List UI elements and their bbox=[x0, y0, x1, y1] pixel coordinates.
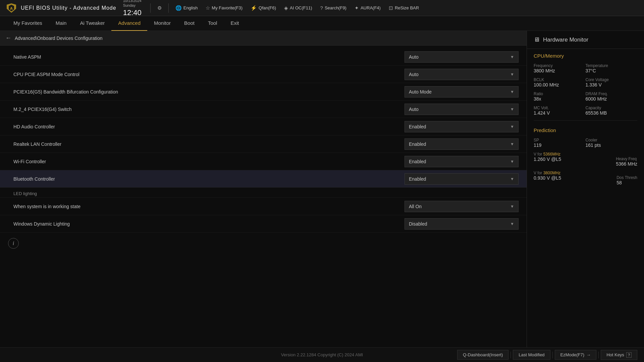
hw-frequency-label: Frequency bbox=[534, 63, 586, 68]
setting-control-m2-4-switch[interactable]: Auto ▼ bbox=[405, 104, 519, 115]
hw-mc-volt-value: 1.424 V bbox=[534, 110, 586, 116]
toolbar-my-favorite[interactable]: ☆ My Favorite(F3) bbox=[202, 4, 246, 12]
setting-row-hd-audio[interactable]: HD Audio Controller Enabled ▼ bbox=[0, 118, 527, 135]
footer-btn-hot-keys[interactable]: Hot Keys ? bbox=[601, 350, 637, 360]
setting-control-working-state[interactable]: All On ▼ bbox=[405, 201, 519, 212]
hw-frequency-cell: Frequency 3800 MHz bbox=[534, 61, 586, 75]
nav-boot[interactable]: Boot bbox=[177, 16, 201, 31]
dropdown-hd-audio[interactable]: Enabled ▼ bbox=[405, 121, 519, 132]
footer-btn-last-modified[interactable]: Last Modified bbox=[513, 350, 550, 360]
toolbar-search[interactable]: ? Search(F9) bbox=[317, 4, 350, 12]
hw-v3800-value: 0.930 V @L5 bbox=[534, 175, 561, 185]
footer-version: Version 2.22.1284 Copyright (C) 2024 AMI bbox=[281, 352, 363, 357]
setting-row-m2-4-switch[interactable]: M.2_4 PCIEX16(G4) Switch Auto ▼ bbox=[0, 101, 527, 118]
hw-temperature-label: Temperature bbox=[586, 63, 638, 68]
hw-dram-freq-cell: DRAM Freq. 6000 MHz bbox=[586, 89, 638, 104]
setting-label-working-state: When system is in working state bbox=[13, 204, 405, 209]
settings-list: Native ASPM Auto ▼ CPU PCIE ASPM Mode Co… bbox=[0, 46, 527, 347]
toolbar-language[interactable]: 🌐 English bbox=[172, 4, 201, 12]
setting-row-dynamic-lighting[interactable]: Windows Dynamic Lighting Disabled ▼ bbox=[0, 215, 527, 233]
setting-label-cpu-pcie-aspm: CPU PCIE ASPM Mode Control bbox=[13, 72, 405, 77]
hw-divider-1 bbox=[534, 120, 637, 121]
footer-btn-ez-mode[interactable]: EzMode(F7) → bbox=[555, 350, 597, 360]
setting-control-dynamic-lighting[interactable]: Disabled ▼ bbox=[405, 218, 519, 230]
setting-control-hd-audio[interactable]: Enabled ▼ bbox=[405, 121, 519, 132]
setting-row-cpu-pcie-aspm[interactable]: CPU PCIE ASPM Mode Control Auto ▼ bbox=[0, 66, 527, 83]
nav-tool[interactable]: Tool bbox=[201, 16, 224, 31]
toolbar-aura[interactable]: ✦ AURA(F4) bbox=[351, 4, 384, 12]
toolbar-resize-bar[interactable]: ⊡ ReSize BAR bbox=[385, 4, 422, 12]
asus-logo-icon: A bbox=[5, 2, 17, 14]
setting-control-native-aspm[interactable]: Auto ▼ bbox=[405, 51, 519, 63]
setting-row-native-aspm[interactable]: Native ASPM Auto ▼ bbox=[0, 48, 527, 66]
date-text: 10/13/2024 Sunday bbox=[123, 0, 142, 8]
dropdown-dynamic-lighting[interactable]: Disabled ▼ bbox=[405, 218, 519, 230]
hw-prediction-grid: SP 119 Cooler 161 pts bbox=[527, 136, 644, 150]
hw-core-voltage-label: Core Voltage bbox=[586, 77, 638, 82]
hw-cooler-value: 161 pts bbox=[586, 142, 638, 148]
dropdown-native-aspm[interactable]: Auto ▼ bbox=[405, 51, 519, 63]
nav-advanced[interactable]: Advanced bbox=[111, 16, 147, 31]
hw-temperature-cell: Temperature 37°C bbox=[586, 61, 638, 75]
footer-sep-1 bbox=[511, 352, 511, 358]
nav-ai-tweaker[interactable]: Ai Tweaker bbox=[73, 16, 111, 31]
app-title: UEFI BIOS Utility - Advanced Mode bbox=[21, 5, 116, 11]
toolbar-ai-oc[interactable]: ◈ AI OC(F11) bbox=[281, 4, 315, 12]
footer-sep-3 bbox=[598, 352, 599, 358]
toolbar-qfan[interactable]: ⚡ Qfan(F6) bbox=[247, 4, 279, 12]
setting-row-working-state[interactable]: When system is in working state All On ▼ bbox=[0, 198, 527, 215]
search-label: Search(F9) bbox=[325, 5, 346, 10]
nav-monitor[interactable]: Monitor bbox=[147, 16, 177, 31]
hw-dos-thresh-value: 58 bbox=[616, 180, 637, 185]
hw-ratio-label: Ratio bbox=[534, 92, 586, 96]
back-button[interactable]: ← bbox=[5, 35, 11, 42]
footer-btn-q-dashboard[interactable]: Q-Dashboard(Insert) bbox=[457, 350, 508, 360]
setting-row-wifi[interactable]: Wi-Fi Controller Enabled ▼ bbox=[0, 153, 527, 170]
hw-temperature-value: 37°C bbox=[586, 68, 638, 73]
aura-label: AURA(F4) bbox=[361, 5, 381, 10]
language-label: English bbox=[183, 5, 198, 10]
hw-ratio-value: 38x bbox=[534, 96, 586, 102]
breadcrumb: ← Advanced\Onboard Devices Configuration bbox=[0, 31, 527, 46]
setting-label-dynamic-lighting: Windows Dynamic Lighting bbox=[13, 221, 405, 227]
hw-cpu-memory-grid: Frequency 3800 MHz Temperature 37°C BCLK… bbox=[527, 61, 644, 118]
dropdown-m2-4-switch[interactable]: Auto ▼ bbox=[405, 104, 519, 115]
chevron-down-icon: ▼ bbox=[510, 222, 514, 226]
dropdown-working-state[interactable]: All On ▼ bbox=[405, 201, 519, 212]
setting-control-wifi[interactable]: Enabled ▼ bbox=[405, 156, 519, 167]
setting-control-realtek-lan[interactable]: Enabled ▼ bbox=[405, 138, 519, 150]
setting-row-realtek-lan[interactable]: Realtek LAN Controller Enabled ▼ bbox=[0, 135, 527, 153]
dropdown-realtek-lan[interactable]: Enabled ▼ bbox=[405, 138, 519, 150]
dropdown-cpu-pcie-aspm[interactable]: Auto ▼ bbox=[405, 69, 519, 80]
setting-row-bluetooth[interactable]: Bluetooth Controller Enabled ▼ bbox=[0, 170, 527, 188]
hw-frequency-value: 3800 MHz bbox=[534, 68, 586, 73]
dropdown-pciex16-bifurcation[interactable]: Auto Mode ▼ bbox=[405, 86, 519, 98]
resize-bar-label: ReSize BAR bbox=[395, 5, 419, 10]
navbar: My Favorites Main Ai Tweaker Advanced Mo… bbox=[0, 16, 644, 31]
setting-control-cpu-pcie-aspm[interactable]: Auto ▼ bbox=[405, 69, 519, 80]
dropdown-bluetooth[interactable]: Enabled ▼ bbox=[405, 173, 519, 185]
setting-label-m2-4-switch: M.2_4 PCIEX16(G4) Switch bbox=[13, 107, 405, 112]
footer-sep-2 bbox=[552, 352, 553, 358]
chevron-down-icon: ▼ bbox=[510, 124, 514, 129]
hw-ratio-cell: Ratio 38x bbox=[534, 89, 586, 104]
setting-control-bluetooth[interactable]: Enabled ▼ bbox=[405, 173, 519, 185]
footer: Version 2.22.1284 Copyright (C) 2024 AMI… bbox=[0, 347, 644, 362]
nav-my-favorites[interactable]: My Favorites bbox=[7, 16, 49, 31]
dropdown-wifi[interactable]: Enabled ▼ bbox=[405, 156, 519, 167]
hw-monitor-panel: 🖥 Hardware Monitor CPU/Memory Frequency … bbox=[527, 31, 644, 347]
nav-exit[interactable]: Exit bbox=[224, 16, 246, 31]
search-icon: ? bbox=[320, 5, 323, 11]
hw-mc-volt-label: MC Volt. bbox=[534, 106, 586, 110]
ai-oc-label: AI OC(F11) bbox=[290, 5, 312, 10]
hw-v3800-freq: 3800MHz bbox=[543, 171, 560, 175]
chevron-down-icon: ▼ bbox=[510, 72, 514, 77]
nav-main[interactable]: Main bbox=[49, 16, 73, 31]
toolbar-settings[interactable]: ⚙ bbox=[154, 4, 165, 12]
hw-dram-freq-label: DRAM Freq. bbox=[586, 92, 638, 96]
hw-bclk-label: BCLK bbox=[534, 77, 586, 82]
setting-control-pciex16-bifurcation[interactable]: Auto Mode ▼ bbox=[405, 86, 519, 98]
header: A UEFI BIOS Utility - Advanced Mode 10/1… bbox=[0, 0, 644, 16]
setting-label-wifi: Wi-Fi Controller bbox=[13, 159, 405, 164]
setting-row-pciex16-bifurcation[interactable]: PCIEX16(G5) Bandwidth Bifurcation Config… bbox=[0, 83, 527, 101]
